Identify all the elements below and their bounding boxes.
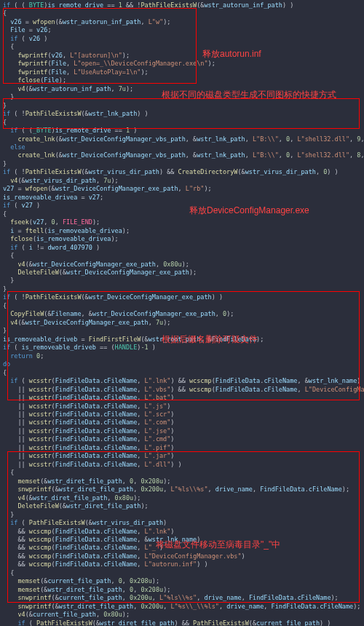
annotation-release-exe: 释放DeviceConfigManager.exe (189, 205, 309, 216)
annotation-move-files: 将磁盘文件移动至病毒目录"_"中 (156, 539, 280, 550)
annotation-autorun: 释放autorun.inf (202, 48, 261, 60)
annotation-shortcut: 根据不同的磁盘类型生成不同图标的快捷方式 (162, 89, 336, 100)
annotation-delete-suspicious: 根据后缀名删除可疑文件 (162, 333, 258, 345)
